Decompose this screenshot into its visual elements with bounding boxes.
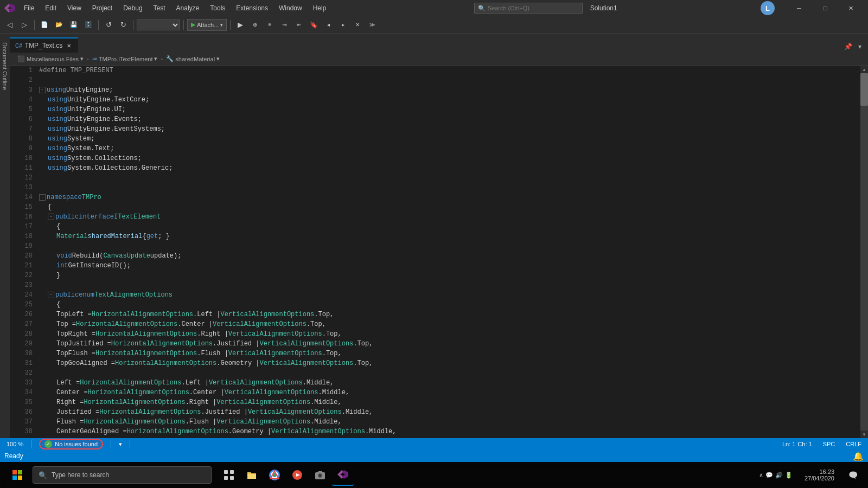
namespace-dropdown[interactable]: ⇒ TMPro.ITextElement ▾ bbox=[92, 55, 158, 62]
open-button[interactable]: 📂 bbox=[53, 19, 66, 31]
battery-icon[interactable]: 🔋 bbox=[785, 472, 793, 479]
filter-button[interactable]: ▾ bbox=[116, 438, 125, 450]
close-button[interactable]: ✕ bbox=[839, 0, 864, 16]
svg-rect-1 bbox=[18, 470, 22, 474]
menu-extensions[interactable]: Extensions bbox=[232, 2, 272, 14]
menu-analyze[interactable]: Analyze bbox=[172, 2, 204, 14]
no-issues-badge[interactable]: ✓ No issues found bbox=[39, 439, 103, 450]
tab-close-button[interactable]: ✕ bbox=[65, 42, 73, 49]
line-numbers-gutter: 1 2 3 4 5 6 7 8 9 10 11 12 13 14 15 16 1… bbox=[10, 66, 37, 438]
menu-file[interactable]: File bbox=[20, 2, 39, 14]
action-center-button[interactable]: 🗨️ bbox=[842, 464, 864, 486]
scroll-down-button[interactable]: ▼ bbox=[860, 431, 868, 438]
menu-search-box[interactable]: 🔍 bbox=[474, 3, 583, 14]
line-num-20: 20 bbox=[10, 251, 33, 261]
action-center-icon: 🗨️ bbox=[848, 471, 858, 479]
next-bookmark[interactable]: ▸ bbox=[336, 19, 349, 31]
taskbar-task-view[interactable] bbox=[218, 464, 240, 486]
line-ending[interactable]: CRLF bbox=[843, 438, 865, 450]
document-outline-tab[interactable]: Document Outline bbox=[0, 34, 10, 99]
namespace-chevron: ▾ bbox=[154, 55, 157, 62]
minimize-button[interactable]: ─ bbox=[787, 0, 812, 16]
ready-text: Ready bbox=[4, 452, 23, 460]
redo-button[interactable]: ↻ bbox=[117, 19, 130, 31]
taskbar-search[interactable]: 🔍 Type here to search bbox=[33, 466, 212, 484]
fold-icon-14[interactable]: - bbox=[39, 194, 46, 201]
tray-chevron[interactable]: ∧ bbox=[759, 472, 763, 479]
line-num-15: 15 bbox=[10, 202, 33, 212]
line-num-9: 9 bbox=[10, 144, 33, 153]
no-issues-text: No issues found bbox=[55, 441, 98, 447]
fold-icon-16[interactable]: - bbox=[48, 214, 54, 220]
extra-button[interactable]: ≫ bbox=[366, 19, 379, 31]
back-button[interactable]: ◁ bbox=[3, 19, 16, 31]
step-button[interactable]: ⊕ bbox=[248, 19, 261, 31]
start-button[interactable] bbox=[4, 462, 30, 488]
code-line-38: CenterGeoAligned = HorizontalAlignmentOp… bbox=[39, 427, 860, 436]
menu-tools[interactable]: Tools bbox=[206, 2, 229, 14]
solution-label: Solution1 bbox=[590, 4, 617, 12]
scroll-thumb[interactable] bbox=[860, 73, 868, 106]
code-line-4: using UnityEngine.TextCore; bbox=[39, 95, 860, 105]
scroll-track[interactable] bbox=[860, 73, 868, 431]
maximize-button[interactable]: □ bbox=[813, 0, 838, 16]
fold-icon-3[interactable]: - bbox=[39, 87, 46, 93]
forward-button[interactable]: ▷ bbox=[18, 19, 31, 31]
menu-window[interactable]: Window bbox=[275, 2, 307, 14]
zoom-value: 100 % bbox=[7, 441, 23, 447]
config-dropdown[interactable] bbox=[137, 20, 180, 30]
vertical-scrollbar[interactable]: ▲ ▼ bbox=[860, 66, 868, 438]
code-line-25: { bbox=[39, 300, 860, 310]
system-tray[interactable]: ∧ 💬 🔊 🔋 bbox=[755, 472, 797, 479]
member-dropdown[interactable]: 🔧 sharedMaterial ▾ bbox=[166, 55, 220, 62]
system-clock[interactable]: 16:23 27/04/2020 bbox=[800, 468, 839, 481]
save-button[interactable]: 💾 bbox=[67, 19, 80, 31]
menu-project[interactable]: Project bbox=[88, 2, 117, 14]
attach-button[interactable]: ▶ Attach... ▾ bbox=[187, 19, 227, 31]
editor-tab-tmp-text[interactable]: C# TMP_Text.cs ✕ bbox=[10, 37, 78, 53]
scroll-up-button[interactable]: ▲ bbox=[860, 66, 868, 73]
menu-help[interactable]: Help bbox=[309, 2, 331, 14]
code-line-16: - public interface ITextElement bbox=[39, 212, 860, 222]
fold-icon-24[interactable]: - bbox=[48, 292, 54, 298]
menu-edit[interactable]: Edit bbox=[41, 2, 61, 14]
prev-bookmark[interactable]: ◂ bbox=[322, 19, 335, 31]
format-button[interactable]: ≡ bbox=[263, 19, 276, 31]
bookmark-button[interactable]: 🔖 bbox=[307, 19, 320, 31]
tab-pin-button[interactable]: 📌 bbox=[842, 41, 854, 53]
tab-scroll-right[interactable]: ▾ bbox=[854, 41, 866, 53]
code-line-34: Center = HorizontalAlignmentOptions.Cent… bbox=[39, 388, 860, 397]
notification-icon[interactable]: 🔔 bbox=[853, 451, 864, 461]
indent-type[interactable]: SPC bbox=[820, 438, 839, 450]
taskbar-file-explorer[interactable] bbox=[241, 464, 263, 486]
run-button[interactable]: ▶ bbox=[234, 19, 247, 31]
taskbar-chrome[interactable] bbox=[264, 464, 285, 486]
project-icon: ⬛ bbox=[17, 55, 25, 62]
svg-rect-4 bbox=[224, 470, 228, 474]
taskbar-media[interactable] bbox=[286, 464, 308, 486]
line-col-status[interactable]: Ln: 1 Ch: 1 bbox=[779, 438, 815, 450]
undo-button[interactable]: ↺ bbox=[102, 19, 115, 31]
menu-test[interactable]: Test bbox=[149, 2, 170, 14]
clock-date: 27/04/2020 bbox=[805, 475, 834, 481]
user-icon[interactable]: L bbox=[761, 1, 775, 15]
outdent-button[interactable]: ⇤ bbox=[292, 19, 305, 31]
zoom-level[interactable]: 100 % bbox=[3, 438, 27, 450]
code-editor[interactable]: #define TMP_PRESENT - using UnityEngine;… bbox=[37, 66, 860, 438]
toolbar-separator-5 bbox=[230, 20, 231, 30]
menu-view[interactable]: View bbox=[63, 2, 86, 14]
menu-debug[interactable]: Debug bbox=[119, 2, 146, 14]
clear-bookmark[interactable]: ✕ bbox=[351, 19, 364, 31]
volume-icon[interactable]: 🔊 bbox=[775, 472, 783, 479]
menu-search-input[interactable] bbox=[488, 5, 575, 11]
new-project-button[interactable]: 📄 bbox=[38, 19, 51, 31]
taskbar-camera[interactable] bbox=[309, 464, 331, 486]
indent-button[interactable]: ⇥ bbox=[278, 19, 291, 31]
project-dropdown[interactable]: ⬛ Miscellaneous Files ▾ bbox=[17, 55, 84, 62]
svg-point-16 bbox=[319, 474, 322, 477]
save-all-button[interactable]: 🗄️ bbox=[82, 19, 95, 31]
taskbar-visual-studio[interactable] bbox=[332, 464, 354, 486]
no-issues-status[interactable]: ✓ No issues found bbox=[36, 438, 106, 450]
svg-rect-0 bbox=[12, 470, 17, 474]
notification-tray-icon[interactable]: 💬 bbox=[765, 472, 773, 479]
